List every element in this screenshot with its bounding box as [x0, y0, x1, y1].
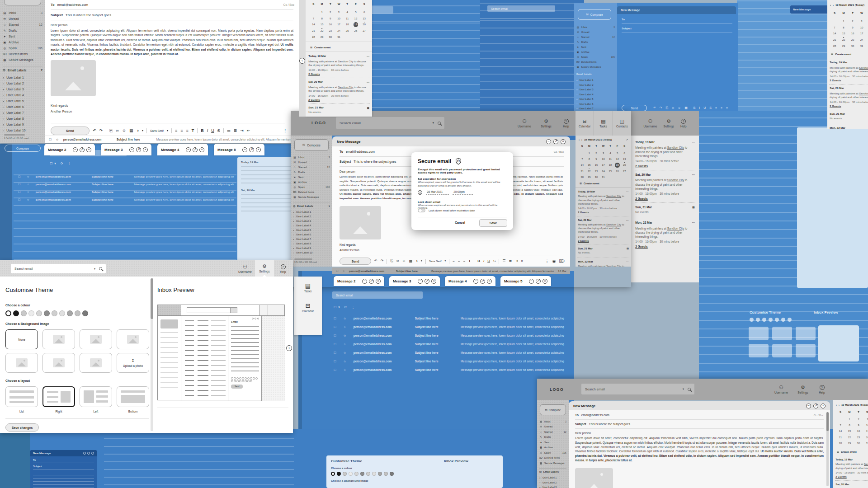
cc-bcc-button[interactable]: Cc / Bcc: [814, 414, 824, 417]
calendar-day[interactable]: 17: [857, 31, 866, 36]
color-swatch[interactable]: [775, 318, 779, 322]
background-option[interactable]: ↥: [80, 353, 112, 373]
sidebar-item[interactable]: ➤Sent: [574, 44, 617, 49]
event-menu-icon[interactable]: ⋯: [626, 219, 629, 221]
color-swatch[interactable]: [67, 310, 73, 316]
calendar-day[interactable]: [614, 175, 621, 179]
user-label-item[interactable]: ●User Label 3: [537, 485, 569, 488]
calendar-day[interactable]: 5: [352, 10, 360, 14]
user-label-item[interactable]: ●User Label 1: [574, 78, 617, 83]
nav-settings[interactable]: ⚙Settings: [536, 116, 556, 131]
checkbox-icon[interactable]: ☐: [18, 198, 20, 201]
calendar-day[interactable]: 27: [360, 28, 368, 33]
calendar-event[interactable]: Mon, 22 Mar⋯ Meeting with painters at Sa…: [829, 124, 868, 129]
calendar-day[interactable]: [343, 35, 352, 39]
user-label-item[interactable]: ●User Label 9: [291, 246, 332, 250]
create-event-button[interactable]: ⊞Create event: [837, 450, 857, 453]
layout-option[interactable]: Bottom: [117, 386, 149, 413]
calendar-day[interactable]: [309, 10, 318, 14]
calendar-event[interactable]: Sat, 20 Mar⋯ Meeting with painters at Sa…: [829, 84, 868, 110]
color-swatch[interactable]: [21, 310, 27, 316]
calendar-day[interactable]: 1: [318, 10, 326, 14]
calendar-day[interactable]: 26: [352, 28, 360, 33]
checkbox-icon[interactable]: ☐: [18, 175, 20, 178]
restore-icon[interactable]: ↗: [369, 279, 374, 284]
tab-calendar[interactable]: ⊟Calendar: [294, 303, 322, 313]
inline-image-placeholder[interactable]: [340, 206, 381, 239]
calendar-day[interactable]: 30: [848, 44, 857, 48]
calendar-day[interactable]: 7: [830, 25, 839, 29]
calendar-day[interactable]: 4: [866, 19, 868, 23]
user-label-item[interactable]: ●User Label 1: [291, 210, 332, 214]
event-menu-icon[interactable]: ⋯: [367, 80, 369, 84]
calendar-day[interactable]: 30: [593, 175, 600, 179]
sidebar-item[interactable]: ◎Spam106: [574, 54, 617, 59]
calendar-day[interactable]: 14: [830, 31, 839, 36]
email-list-row[interactable]: ☐☆ person@emailaddress.com Subject line …: [334, 323, 565, 331]
star-icon[interactable]: ☆: [342, 269, 344, 272]
user-label-item[interactable]: ●User Label 9: [0, 122, 45, 127]
calendar-event[interactable]: Today, 19 Mar⋯ Meeting with painters at …: [577, 188, 629, 216]
calendar-day[interactable]: 6: [621, 151, 628, 155]
checkbox-icon[interactable]: ☐: [334, 325, 336, 329]
restore-icon[interactable]: ↗: [193, 147, 198, 152]
user-label-item[interactable]: ●User Label 2: [291, 214, 332, 219]
sidebar-item[interactable]: ⌦Deleted Items: [574, 59, 617, 64]
restore-icon[interactable]: ↗: [80, 147, 85, 152]
sidebar-item[interactable]: ➤ Sent: [537, 440, 569, 445]
calendar-day[interactable]: 11: [343, 16, 352, 20]
close-icon[interactable]: ×: [199, 147, 204, 152]
calendar-day[interactable]: 7: [309, 16, 318, 20]
sidebar-item[interactable]: ▤ Inbox3: [291, 155, 332, 160]
prev-icon[interactable]: ‹: [830, 4, 831, 6]
insert-image-icon[interactable]: ▦: [129, 129, 133, 133]
close-icon[interactable]: ×: [256, 147, 261, 152]
minimize-icon[interactable]: −: [529, 279, 534, 284]
calendar-day[interactable]: 15: [318, 22, 326, 27]
sidebar-item[interactable]: ✉ Unread: [0, 16, 45, 22]
search-icon[interactable]: [99, 267, 102, 270]
calendar-day[interactable]: 7: [836, 423, 845, 427]
send-button[interactable]: Send: [51, 127, 90, 135]
sidebar-item[interactable]: ◎ Spam106: [537, 450, 569, 455]
checkbox-icon[interactable]: ☐: [334, 317, 336, 320]
subject-field[interactable]: This is where the subject goes: [354, 160, 396, 163]
calendar-event[interactable]: Sat, 20 Mar⋯ Meeting with painters at Sa…: [308, 78, 370, 104]
location-link[interactable]: Sandton City: [606, 223, 621, 226]
calendar-day[interactable]: 28: [309, 35, 318, 39]
email-list-row[interactable]: ☐☆ person@emailaddress.com Subject line …: [334, 331, 565, 340]
sidebar-item[interactable]: ✎ Drafts: [291, 169, 332, 174]
save-button[interactable]: Save: [479, 219, 507, 227]
calendar-day[interactable]: 24: [335, 28, 343, 33]
calendar-day[interactable]: [621, 175, 628, 179]
calendar-day[interactable]: 12: [614, 157, 621, 161]
tab-tasks[interactable]: ▤Tasks: [294, 283, 322, 293]
close-icon[interactable]: ×: [821, 404, 826, 408]
background-option[interactable]: ↥: [80, 329, 112, 349]
calendar-event[interactable]: Today, 19 Mar⋯ Meeting with painters at …: [829, 59, 868, 84]
minimize-icon[interactable]: −: [806, 404, 811, 408]
email-list-row[interactable]: ☐☆ person@emailaddress.com Subject line …: [334, 366, 565, 374]
event-menu-icon[interactable]: ⊞: [627, 247, 629, 250]
create-event-button[interactable]: ⊞Create event: [831, 52, 851, 56]
calendar-event[interactable]: Sun, 21 Mar⊞ No events.: [635, 203, 695, 218]
calendar-day[interactable]: 23: [326, 28, 335, 33]
calendar-event[interactable]: Mon, 22 Mar⋯ Meeting with painters at Sa…: [577, 258, 629, 267]
calendar-day[interactable]: [830, 19, 839, 23]
star-icon[interactable]: ☆: [27, 198, 29, 201]
calendar-day[interactable]: 22: [318, 28, 326, 33]
sidebar-item[interactable]: ▤Inbox3: [574, 24, 617, 29]
calendar-day[interactable]: 12: [352, 16, 360, 20]
location-link[interactable]: Sandton City: [864, 463, 868, 465]
calendar-day[interactable]: 14: [579, 163, 586, 167]
calendar-day[interactable]: 25: [607, 169, 614, 174]
guests-link[interactable]: 2 Guests: [635, 245, 647, 248]
message-tab[interactable]: Message 3 − ↗ ×: [101, 144, 151, 155]
message-tab[interactable]: Message 2 − ↗ ×: [44, 144, 95, 155]
minimize-icon[interactable]: −: [418, 279, 423, 284]
email-labels-header[interactable]: ◎Email Labels: [537, 469, 569, 474]
nav-username[interactable]: ⚇Username: [236, 262, 254, 276]
sidebar-item[interactable]: ◎ Spam106: [291, 184, 332, 189]
nav-help[interactable]: ?Help: [275, 262, 291, 276]
close-icon[interactable]: ×: [542, 279, 547, 284]
